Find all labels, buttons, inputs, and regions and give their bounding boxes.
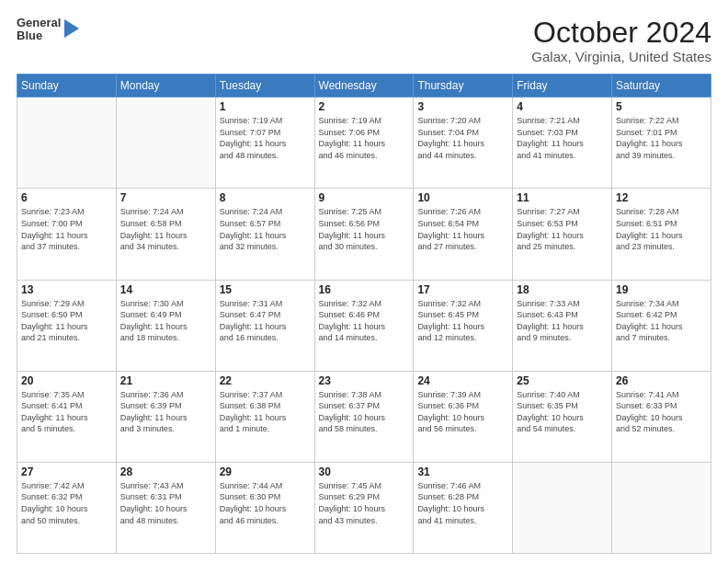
- day-number: 26: [616, 374, 707, 387]
- day-number: 27: [21, 465, 112, 478]
- day-info: Sunrise: 7:24 AM Sunset: 6:57 PM Dayligh…: [220, 206, 311, 252]
- day-number: 21: [120, 374, 211, 387]
- day-info: Sunrise: 7:32 AM Sunset: 6:45 PM Dayligh…: [417, 298, 508, 344]
- day-info: Sunrise: 7:35 AM Sunset: 6:41 PM Dayligh…: [21, 389, 112, 435]
- table-row: 28Sunrise: 7:43 AM Sunset: 6:31 PM Dayli…: [116, 462, 215, 553]
- day-info: Sunrise: 7:27 AM Sunset: 6:53 PM Dayligh…: [517, 206, 608, 252]
- day-info: Sunrise: 7:29 AM Sunset: 6:50 PM Dayligh…: [21, 298, 112, 344]
- col-monday: Monday: [116, 75, 215, 98]
- day-number: 28: [120, 465, 211, 478]
- col-wednesday: Wednesday: [314, 75, 414, 98]
- day-number: 3: [417, 100, 508, 113]
- day-info: Sunrise: 7:30 AM Sunset: 6:49 PM Dayligh…: [120, 298, 211, 344]
- day-number: 10: [417, 191, 508, 204]
- day-number: 17: [417, 283, 508, 296]
- day-number: 8: [220, 191, 311, 204]
- table-row: 5Sunrise: 7:22 AM Sunset: 7:01 PM Daylig…: [612, 98, 711, 189]
- table-row: 19Sunrise: 7:34 AM Sunset: 6:42 PM Dayli…: [612, 280, 711, 371]
- day-number: 20: [21, 374, 112, 387]
- day-info: Sunrise: 7:41 AM Sunset: 6:33 PM Dayligh…: [616, 389, 707, 435]
- logo: General Blue: [17, 17, 79, 43]
- day-info: Sunrise: 7:40 AM Sunset: 6:35 PM Dayligh…: [517, 389, 608, 435]
- day-number: 12: [616, 191, 707, 204]
- table-row: 4Sunrise: 7:21 AM Sunset: 7:03 PM Daylig…: [513, 98, 612, 189]
- table-row: 21Sunrise: 7:36 AM Sunset: 6:39 PM Dayli…: [116, 371, 215, 462]
- day-info: Sunrise: 7:34 AM Sunset: 6:42 PM Dayligh…: [616, 298, 707, 344]
- day-info: Sunrise: 7:19 AM Sunset: 7:07 PM Dayligh…: [220, 115, 311, 161]
- day-info: Sunrise: 7:26 AM Sunset: 6:54 PM Dayligh…: [417, 206, 508, 252]
- day-info: Sunrise: 7:43 AM Sunset: 6:31 PM Dayligh…: [120, 480, 211, 526]
- table-row: 26Sunrise: 7:41 AM Sunset: 6:33 PM Dayli…: [612, 371, 711, 462]
- logo-line1: General: [17, 17, 61, 29]
- table-row: 11Sunrise: 7:27 AM Sunset: 6:53 PM Dayli…: [513, 189, 612, 280]
- day-number: 24: [417, 374, 508, 387]
- day-number: 5: [616, 100, 707, 113]
- table-row: 30Sunrise: 7:45 AM Sunset: 6:29 PM Dayli…: [314, 462, 414, 553]
- day-info: Sunrise: 7:25 AM Sunset: 6:56 PM Dayligh…: [319, 206, 410, 252]
- table-row: 15Sunrise: 7:31 AM Sunset: 6:47 PM Dayli…: [215, 280, 314, 371]
- table-row: 25Sunrise: 7:40 AM Sunset: 6:35 PM Dayli…: [513, 371, 612, 462]
- day-number: 31: [417, 465, 508, 478]
- calendar-week-row: 1Sunrise: 7:19 AM Sunset: 7:07 PM Daylig…: [17, 98, 711, 189]
- day-number: 7: [120, 191, 211, 204]
- calendar-subtitle: Galax, Virginia, United States: [531, 49, 711, 64]
- table-row: 17Sunrise: 7:32 AM Sunset: 6:45 PM Dayli…: [414, 280, 513, 371]
- table-row: 3Sunrise: 7:20 AM Sunset: 7:04 PM Daylig…: [414, 98, 513, 189]
- day-number: 23: [319, 374, 410, 387]
- col-friday: Friday: [513, 75, 612, 98]
- table-row: 10Sunrise: 7:26 AM Sunset: 6:54 PM Dayli…: [414, 189, 513, 280]
- day-number: 14: [120, 283, 211, 296]
- day-number: 25: [517, 374, 608, 387]
- calendar-week-row: 27Sunrise: 7:42 AM Sunset: 6:32 PM Dayli…: [17, 462, 711, 553]
- logo-text: General Blue: [17, 17, 61, 43]
- day-info: Sunrise: 7:37 AM Sunset: 6:38 PM Dayligh…: [220, 389, 311, 435]
- day-number: 22: [220, 374, 311, 387]
- logo-line2: Blue: [17, 29, 61, 42]
- table-row: 12Sunrise: 7:28 AM Sunset: 6:51 PM Dayli…: [612, 189, 711, 280]
- table-row: 27Sunrise: 7:42 AM Sunset: 6:32 PM Dayli…: [17, 462, 117, 553]
- day-info: Sunrise: 7:21 AM Sunset: 7:03 PM Dayligh…: [517, 115, 608, 161]
- day-number: 30: [319, 465, 410, 478]
- page: General Blue October 2024 Galax, Virgini…: [0, 0, 728, 563]
- day-number: 29: [220, 465, 311, 478]
- table-row: 16Sunrise: 7:32 AM Sunset: 6:46 PM Dayli…: [314, 280, 414, 371]
- day-info: Sunrise: 7:28 AM Sunset: 6:51 PM Dayligh…: [616, 206, 707, 252]
- table-row: [17, 98, 117, 189]
- table-row: [116, 98, 215, 189]
- calendar-title: October 2024: [531, 17, 711, 49]
- day-number: 2: [319, 100, 410, 113]
- calendar-week-row: 6Sunrise: 7:23 AM Sunset: 7:00 PM Daylig…: [17, 189, 711, 280]
- table-row: 29Sunrise: 7:44 AM Sunset: 6:30 PM Dayli…: [215, 462, 314, 553]
- day-info: Sunrise: 7:24 AM Sunset: 6:58 PM Dayligh…: [120, 206, 211, 252]
- col-tuesday: Tuesday: [215, 75, 314, 98]
- table-row: [612, 462, 711, 553]
- header: General Blue October 2024 Galax, Virgini…: [17, 17, 711, 64]
- table-row: 6Sunrise: 7:23 AM Sunset: 7:00 PM Daylig…: [17, 189, 117, 280]
- day-number: 1: [220, 100, 311, 113]
- table-row: 18Sunrise: 7:33 AM Sunset: 6:43 PM Dayli…: [513, 280, 612, 371]
- calendar-week-row: 20Sunrise: 7:35 AM Sunset: 6:41 PM Dayli…: [17, 371, 711, 462]
- title-block: October 2024 Galax, Virginia, United Sta…: [531, 17, 711, 64]
- day-info: Sunrise: 7:46 AM Sunset: 6:28 PM Dayligh…: [417, 480, 508, 526]
- day-info: Sunrise: 7:19 AM Sunset: 7:06 PM Dayligh…: [319, 115, 410, 161]
- table-row: 7Sunrise: 7:24 AM Sunset: 6:58 PM Daylig…: [116, 189, 215, 280]
- col-thursday: Thursday: [414, 75, 513, 98]
- day-number: 6: [21, 191, 112, 204]
- table-row: 24Sunrise: 7:39 AM Sunset: 6:36 PM Dayli…: [414, 371, 513, 462]
- day-number: 19: [616, 283, 707, 296]
- table-row: 22Sunrise: 7:37 AM Sunset: 6:38 PM Dayli…: [215, 371, 314, 462]
- table-row: 13Sunrise: 7:29 AM Sunset: 6:50 PM Dayli…: [17, 280, 117, 371]
- day-info: Sunrise: 7:42 AM Sunset: 6:32 PM Dayligh…: [21, 480, 112, 526]
- day-info: Sunrise: 7:44 AM Sunset: 6:30 PM Dayligh…: [220, 480, 311, 526]
- col-saturday: Saturday: [612, 75, 711, 98]
- day-info: Sunrise: 7:31 AM Sunset: 6:47 PM Dayligh…: [220, 298, 311, 344]
- col-sunday: Sunday: [17, 75, 117, 98]
- logo-arrow-icon: [64, 19, 79, 38]
- day-number: 4: [517, 100, 608, 113]
- table-row: 1Sunrise: 7:19 AM Sunset: 7:07 PM Daylig…: [215, 98, 314, 189]
- calendar-header-row: Sunday Monday Tuesday Wednesday Thursday…: [17, 75, 711, 98]
- table-row: 20Sunrise: 7:35 AM Sunset: 6:41 PM Dayli…: [17, 371, 117, 462]
- day-number: 16: [319, 283, 410, 296]
- day-info: Sunrise: 7:38 AM Sunset: 6:37 PM Dayligh…: [319, 389, 410, 435]
- table-row: 23Sunrise: 7:38 AM Sunset: 6:37 PM Dayli…: [314, 371, 414, 462]
